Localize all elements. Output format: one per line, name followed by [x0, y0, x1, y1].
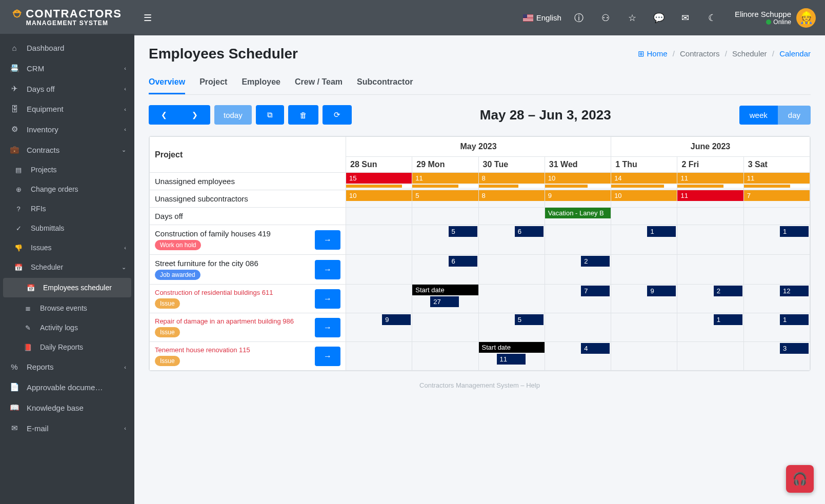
cell-5-0[interactable] — [346, 285, 412, 313]
project-goto-button[interactable]: → — [315, 347, 340, 366]
sidebar-item-issues[interactable]: 👎Issues‹ — [0, 238, 134, 257]
sidebar-item-inventory[interactable]: ⚙Inventory‹ — [0, 119, 134, 139]
cell-4-1[interactable]: 6 — [412, 255, 478, 285]
cell-0-5[interactable]: 11 — [677, 173, 743, 190]
sidebar-item-days-off[interactable]: ✈Days off‹ — [0, 78, 134, 99]
tab-subcontractor[interactable]: Subcontractor — [357, 71, 413, 94]
cell-4-0[interactable] — [346, 255, 412, 285]
cell-3-0[interactable] — [346, 225, 412, 255]
cell-1-5[interactable]: 11 — [677, 190, 743, 208]
sidebar-item-scheduler[interactable]: 📅Scheduler⌄ — [0, 257, 134, 277]
tab-project[interactable]: Project — [199, 71, 227, 94]
sidebar-item-knowledge-base[interactable]: 📖Knowledge base — [0, 397, 134, 418]
mail-icon[interactable]: ✉ — [676, 12, 695, 24]
cell-6-2[interactable]: 5 — [478, 313, 545, 342]
cell-3-4[interactable]: 1 — [611, 225, 677, 255]
project-goto-button[interactable]: → — [315, 260, 340, 279]
sidebar-item-approvable-docume-[interactable]: 📄Approvable docume… — [0, 377, 134, 397]
cell-1-6[interactable]: 7 — [743, 190, 810, 208]
next-button[interactable]: ❯ — [179, 105, 210, 125]
sidebar-item-crm[interactable]: 📇CRM‹ — [0, 58, 134, 78]
chat-icon[interactable]: 💬 — [650, 12, 668, 24]
cell-1-3[interactable]: 9 — [545, 190, 611, 208]
profile-icon[interactable]: ⚇ — [596, 12, 615, 24]
cell-0-4[interactable]: 14 — [611, 173, 677, 190]
tab-crew-team[interactable]: Crew / Team — [295, 71, 343, 94]
cell-6-6[interactable]: 1 — [743, 313, 810, 342]
cell-0-2[interactable]: 8 — [478, 173, 545, 190]
support-button[interactable]: 🎧 — [786, 465, 814, 493]
cell-2-4[interactable] — [611, 208, 677, 225]
breadcrumb-current[interactable]: Calendar — [779, 49, 811, 58]
week-view-button[interactable]: week — [739, 106, 778, 125]
cell-4-4[interactable] — [611, 255, 677, 285]
cell-6-1[interactable] — [412, 313, 478, 342]
sidebar-item-equipment[interactable]: 🗄Equipment‹ — [0, 99, 134, 119]
delete-button[interactable]: 🗑 — [288, 105, 318, 125]
cell-6-4[interactable] — [611, 313, 677, 342]
cell-3-1[interactable]: 5 — [412, 225, 478, 255]
cell-2-5[interactable] — [677, 208, 743, 225]
cell-7-2[interactable]: Start date11 — [478, 342, 545, 371]
cell-2-2[interactable] — [478, 208, 545, 225]
project-goto-button[interactable]: → — [315, 289, 340, 309]
dark-mode-icon[interactable]: ☾ — [703, 12, 721, 24]
cell-3-5[interactable] — [677, 225, 743, 255]
sidebar-item-change-orders[interactable]: ⊕Change orders — [0, 179, 134, 199]
cell-5-2[interactable] — [478, 285, 545, 313]
tab-overview[interactable]: Overview — [149, 71, 185, 94]
sidebar-item-projects[interactable]: ▤Projects — [0, 160, 134, 179]
cell-5-6[interactable]: 12 — [743, 285, 810, 313]
cell-1-4[interactable]: 10 — [611, 190, 677, 208]
cell-3-3[interactable] — [545, 225, 611, 255]
help-icon[interactable]: ⓘ — [570, 12, 588, 24]
sidebar-item-e-mail[interactable]: ✉E-mail‹ — [0, 418, 134, 438]
cell-6-0[interactable]: 9 — [346, 313, 412, 342]
cell-2-6[interactable] — [743, 208, 810, 225]
language-selector[interactable]: English — [523, 13, 561, 22]
cell-4-3[interactable]: 2 — [545, 255, 611, 285]
user-menu[interactable]: Elinore Schuppe Online 👷 — [735, 8, 816, 28]
cell-3-2[interactable]: 6 — [478, 225, 545, 255]
sidebar-item-activity-logs[interactable]: ✎Activity logs — [0, 318, 134, 337]
copy-button[interactable]: ⧉ — [256, 105, 284, 125]
cell-0-0[interactable]: 15 — [346, 173, 412, 190]
cell-5-1[interactable]: Start date27 — [412, 285, 478, 313]
cell-4-6[interactable] — [743, 255, 810, 285]
menu-toggle-icon[interactable]: ☰ — [144, 12, 152, 24]
sidebar-item-dashboard[interactable]: ⌂Dashboard — [0, 38, 134, 58]
cell-5-3[interactable]: 7 — [545, 285, 611, 313]
cell-7-5[interactable] — [677, 342, 743, 371]
cell-7-0[interactable] — [346, 342, 412, 371]
prev-button[interactable]: ❮ — [149, 105, 179, 125]
refresh-button[interactable]: ⟳ — [323, 105, 352, 125]
cell-6-3[interactable] — [545, 313, 611, 342]
cell-0-3[interactable]: 10 — [545, 173, 611, 190]
cell-5-4[interactable]: 9 — [611, 285, 677, 313]
logo[interactable]: ⛑CONTRACTORS MANAGEMENT SYSTEM — [0, 0, 134, 34]
sidebar-item-rfis[interactable]: ?RFIs — [0, 199, 134, 218]
cell-7-1[interactable] — [412, 342, 478, 371]
cell-1-2[interactable]: 8 — [478, 190, 545, 208]
day-view-button[interactable]: day — [778, 106, 811, 125]
sidebar-item-contracts[interactable]: 💼Contracts⌄ — [0, 139, 134, 160]
sidebar-item-employees-scheduler[interactable]: 📅Employees scheduler — [3, 278, 131, 297]
sidebar-item-reports[interactable]: %Reports‹ — [0, 357, 134, 377]
cell-1-0[interactable]: 10 — [346, 190, 412, 208]
project-goto-button[interactable]: → — [315, 230, 340, 250]
cell-1-1[interactable]: 5 — [412, 190, 478, 208]
cell-5-5[interactable]: 2 — [677, 285, 743, 313]
cell-2-0[interactable] — [346, 208, 412, 225]
cell-7-6[interactable]: 3 — [743, 342, 810, 371]
today-button[interactable]: today — [214, 105, 252, 125]
cell-7-4[interactable] — [611, 342, 677, 371]
sidebar-item-submittals[interactable]: ✓Submittals — [0, 218, 134, 238]
breadcrumb-home[interactable]: Home — [647, 49, 667, 58]
cell-0-1[interactable]: 11 — [412, 173, 478, 190]
cell-0-6[interactable]: 11 — [743, 173, 810, 190]
cell-2-3[interactable]: Vacation - Laney B — [545, 208, 611, 225]
cell-4-5[interactable] — [677, 255, 743, 285]
star-icon[interactable]: ☆ — [623, 12, 641, 24]
sidebar-item-browse-events[interactable]: ≣Browse events — [0, 298, 134, 318]
cell-2-1[interactable] — [412, 208, 478, 225]
